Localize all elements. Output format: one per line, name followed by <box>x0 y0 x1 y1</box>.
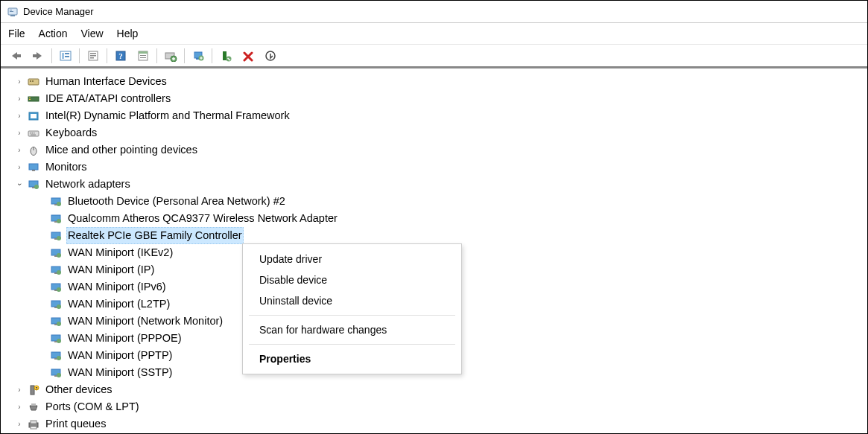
device-label: WAN Miniport (L2TP) <box>66 296 171 312</box>
category-label: Other devices <box>44 381 113 398</box>
svg-point-53 <box>57 219 61 223</box>
expand-icon[interactable]: › <box>14 76 25 88</box>
menu-file[interactable]: File <box>8 28 25 39</box>
svg-point-68 <box>57 304 61 309</box>
category-label: Network adapters <box>44 176 132 192</box>
toolbar-separator <box>184 48 185 63</box>
category-keyboards[interactable]: › Keyboards <box>14 124 867 141</box>
svg-rect-33 <box>29 99 31 100</box>
context-menu: Update driver Disable device Uninstall d… <box>242 243 462 374</box>
svg-rect-12 <box>90 55 96 57</box>
network-adapter-icon <box>48 332 63 345</box>
svg-rect-11 <box>90 53 96 54</box>
back-button[interactable] <box>5 47 26 65</box>
expand-icon[interactable]: › <box>14 384 25 396</box>
ctx-disable-device[interactable]: Disable device <box>243 269 461 290</box>
forward-button[interactable] <box>28 47 48 65</box>
ctx-scan-hardware[interactable]: Scan for hardware changes <box>243 319 461 340</box>
category-ports[interactable]: › Ports (COM & LPT) <box>14 398 867 415</box>
scan-hardware-button[interactable] <box>160 47 181 65</box>
category-thermal[interactable]: › Intel(R) Dynamic Platform and Thermal … <box>14 107 867 124</box>
svg-rect-38 <box>32 133 34 134</box>
show-hide-tree-button[interactable] <box>55 47 76 65</box>
svg-rect-5 <box>33 54 37 57</box>
ide-icon <box>26 92 41 106</box>
category-monitors[interactable]: › Monitors <box>14 159 867 176</box>
category-label: Ports (COM & LPT) <box>44 398 141 415</box>
svg-rect-18 <box>140 55 146 56</box>
category-label: Mice and other pointing devices <box>44 141 199 158</box>
category-label: Intel(R) Dynamic Platform and Thermal Fr… <box>44 107 291 124</box>
svg-rect-8 <box>65 53 69 54</box>
ctx-uninstall-device[interactable]: Uninstall device <box>243 290 461 311</box>
device-label: WAN Miniport (SSTP) <box>66 364 174 380</box>
svg-rect-40 <box>31 134 36 135</box>
svg-rect-39 <box>34 133 35 134</box>
network-adapter-icon <box>48 264 63 277</box>
device-label: Bluetooth Device (Personal Area Network)… <box>66 193 287 209</box>
ctx-properties[interactable]: Properties <box>243 348 461 369</box>
svg-point-65 <box>57 287 61 292</box>
svg-rect-4 <box>16 54 21 57</box>
menu-view[interactable]: View <box>80 28 103 39</box>
device-qualcomm-wireless[interactable]: › Qualcomm Atheros QCA9377 Wireless Netw… <box>37 210 867 227</box>
toolbar-separator <box>212 48 212 63</box>
help-button[interactable]: ? <box>110 47 131 65</box>
window-title: Device Manager <box>23 6 94 17</box>
svg-point-74 <box>57 339 61 343</box>
category-print-queues[interactable]: › Print queues <box>14 415 867 433</box>
menu-action[interactable]: Action <box>39 28 68 39</box>
expand-icon[interactable]: › <box>14 162 25 173</box>
uninstall-device-button[interactable] <box>260 47 281 65</box>
svg-rect-7 <box>62 53 64 59</box>
network-adapter-icon <box>48 246 63 260</box>
ports-icon <box>26 401 41 414</box>
category-mice[interactable]: › Mice and other pointing devices <box>14 141 867 159</box>
category-label: Print queues <box>44 415 107 432</box>
category-ide[interactable]: › IDE ATA/ATAPI controllers <box>14 90 867 107</box>
collapse-icon[interactable]: › <box>13 179 25 190</box>
ctx-separator <box>249 344 455 345</box>
device-label: WAN Miniport (Network Monitor) <box>66 313 224 329</box>
category-network-adapters[interactable]: › Network adapters <box>14 176 867 193</box>
menu-help[interactable]: Help <box>117 28 139 39</box>
category-hid[interactable]: › Human Interface Devices <box>14 73 867 90</box>
toolbar-separator <box>79 48 80 63</box>
svg-rect-86 <box>31 421 37 424</box>
device-bluetooth-pan[interactable]: › Bluetooth Device (Personal Area Networ… <box>37 193 867 210</box>
update-driver-button[interactable] <box>188 47 209 65</box>
expand-icon[interactable]: › <box>14 110 25 122</box>
device-realtek-gbe[interactable]: › Realtek PCIe GBE Family Controller <box>37 227 867 244</box>
expand-icon[interactable]: › <box>14 144 25 156</box>
svg-rect-32 <box>29 98 31 98</box>
properties-button[interactable] <box>83 47 104 65</box>
svg-text:?: ? <box>35 386 37 390</box>
device-label: WAN Miniport (IKEv2) <box>66 244 174 261</box>
network-adapter-icon <box>48 315 63 328</box>
device-label: WAN Miniport (PPTP) <box>66 347 174 363</box>
network-adapter-icon <box>48 281 63 294</box>
ctx-update-driver[interactable]: Update driver <box>243 249 461 269</box>
category-label: Monitors <box>44 159 89 175</box>
device-label: WAN Miniport (PPPOE) <box>66 330 183 346</box>
category-label: Keyboards <box>44 124 98 141</box>
category-other-devices[interactable]: › ? Other devices <box>14 381 867 398</box>
action-list-button[interactable] <box>133 47 153 65</box>
disable-device-button[interactable] <box>238 47 259 65</box>
network-adapter-icon <box>48 229 63 243</box>
svg-point-56 <box>57 236 61 240</box>
ctx-separator <box>249 315 455 316</box>
expand-icon[interactable]: › <box>14 401 25 413</box>
svg-point-80 <box>57 373 61 377</box>
toolbar: ? <box>1 45 867 68</box>
enable-device-button[interactable] <box>215 47 236 65</box>
svg-rect-25 <box>223 51 226 60</box>
expand-icon[interactable]: › <box>14 93 25 105</box>
network-adapter-icon <box>48 349 63 363</box>
network-adapter-icon <box>48 212 63 226</box>
svg-point-47 <box>34 185 39 189</box>
svg-point-71 <box>57 322 61 326</box>
expand-icon[interactable]: › <box>14 418 25 430</box>
expand-icon[interactable]: › <box>14 127 25 139</box>
svg-rect-17 <box>139 51 148 54</box>
